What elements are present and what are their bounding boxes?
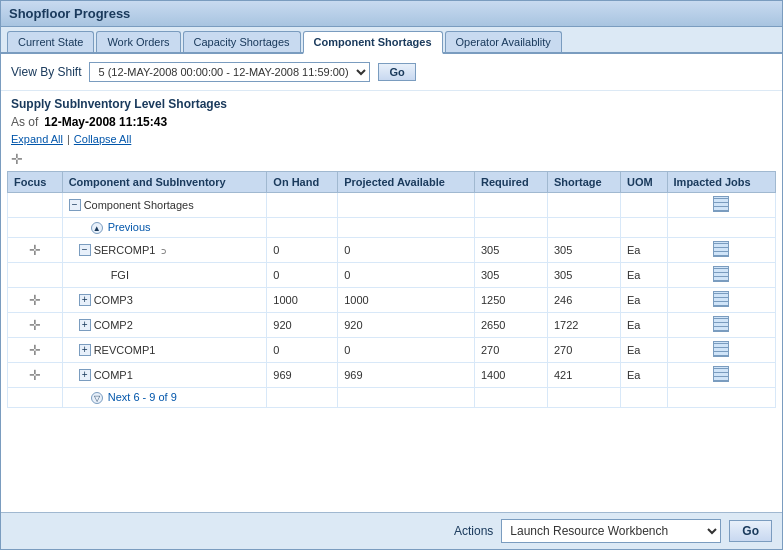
projected-cell: 969 bbox=[338, 363, 475, 388]
go-button[interactable]: Go bbox=[378, 63, 415, 81]
shortages-table: Focus Component and SubInventory On Hand… bbox=[7, 171, 776, 408]
component-name: SERCOMP1 bbox=[94, 244, 156, 256]
table-row: FGI 0 0 305 305 Ea bbox=[8, 263, 776, 288]
component-cell: + REVCOMP1 bbox=[62, 338, 267, 363]
focus-move-icon[interactable]: ✛ bbox=[29, 317, 41, 333]
required-cell: 305 bbox=[474, 238, 547, 263]
collapse-icon[interactable]: − bbox=[79, 244, 91, 256]
col-uom: UOM bbox=[621, 172, 668, 193]
content-area: View By Shift 5 (12-MAY-2008 00:00:00 - … bbox=[1, 54, 782, 512]
view-by-shift-label: View By Shift bbox=[11, 65, 81, 79]
previous-link[interactable]: Previous bbox=[108, 221, 151, 233]
collapse-icon[interactable]: − bbox=[69, 199, 81, 211]
col-shortage: Shortage bbox=[547, 172, 620, 193]
uom-cell: Ea bbox=[621, 288, 668, 313]
move-icon-row: ✛ bbox=[1, 149, 782, 171]
on-hand-cell: 969 bbox=[267, 363, 338, 388]
table-row: ✛ + COMP3 1000 1000 1250 246 Ea bbox=[8, 288, 776, 313]
as-of-value: 12-May-2008 11:15:43 bbox=[44, 115, 167, 129]
impacted-jobs-icon[interactable] bbox=[713, 196, 729, 212]
uom-cell: Ea bbox=[621, 238, 668, 263]
table-header-row: Focus Component and SubInventory On Hand… bbox=[8, 172, 776, 193]
impacted-jobs-icon[interactable] bbox=[713, 241, 729, 257]
prev-circle-icon: ▲ bbox=[91, 222, 103, 234]
links-row: Expand All | Collapse All bbox=[1, 131, 782, 149]
component-cell: + COMP1 bbox=[62, 363, 267, 388]
tab-work-orders[interactable]: Work Orders bbox=[96, 31, 180, 52]
impacted-jobs-icon[interactable] bbox=[713, 266, 729, 282]
col-on-hand: On Hand bbox=[267, 172, 338, 193]
collapse-all-button[interactable]: Collapse All bbox=[74, 133, 131, 145]
impacted-jobs-icon[interactable] bbox=[713, 366, 729, 382]
col-projected: Projected Available bbox=[338, 172, 475, 193]
component-cell: + COMP2 bbox=[62, 313, 267, 338]
shortage-cell: 1722 bbox=[547, 313, 620, 338]
expand-icon[interactable]: + bbox=[79, 344, 91, 356]
shortage-cell: 305 bbox=[547, 263, 620, 288]
tabs-bar: Current State Work Orders Capacity Short… bbox=[1, 27, 782, 54]
shortage-cell: 246 bbox=[547, 288, 620, 313]
component-name: Component Shortages bbox=[84, 199, 194, 211]
move-icon[interactable]: ✛ bbox=[11, 151, 25, 165]
shortage-cell: 421 bbox=[547, 363, 620, 388]
main-window: Shopfloor Progress Current State Work Or… bbox=[0, 0, 783, 550]
expand-all-button[interactable]: Expand All bbox=[11, 133, 63, 145]
required-cell: 1250 bbox=[474, 288, 547, 313]
shortage-cell: 270 bbox=[547, 338, 620, 363]
component-cell: FGI bbox=[62, 263, 267, 288]
impacted-jobs-icon[interactable] bbox=[713, 341, 729, 357]
required-cell: 270 bbox=[474, 338, 547, 363]
col-component: Component and SubInventory bbox=[62, 172, 267, 193]
footer-go-button[interactable]: Go bbox=[729, 520, 772, 542]
footer-bar: Actions Launch Resource Workbench Go bbox=[1, 512, 782, 549]
component-cell: − SERCOMP1 ↄ bbox=[62, 238, 267, 263]
tab-capacity-shortages[interactable]: Capacity Shortages bbox=[183, 31, 301, 52]
uom-cell: Ea bbox=[621, 338, 668, 363]
impacted-jobs-icon[interactable] bbox=[713, 316, 729, 332]
required-cell: 1400 bbox=[474, 363, 547, 388]
on-hand-cell: 920 bbox=[267, 313, 338, 338]
as-of-row: As of 12-May-2008 11:15:43 bbox=[1, 113, 782, 131]
on-hand-cell: 0 bbox=[267, 338, 338, 363]
projected-cell: 0 bbox=[338, 338, 475, 363]
focus-move-icon[interactable]: ✛ bbox=[29, 242, 41, 258]
col-required: Required bbox=[474, 172, 547, 193]
window-title: Shopfloor Progress bbox=[9, 6, 130, 21]
on-hand-cell: 0 bbox=[267, 238, 338, 263]
table-row: − Component Shortages bbox=[8, 193, 776, 218]
uom-cell: Ea bbox=[621, 263, 668, 288]
component-cell: − Component Shortages bbox=[62, 193, 267, 218]
component-name: FGI bbox=[111, 269, 129, 281]
table-container: Focus Component and SubInventory On Hand… bbox=[1, 171, 782, 512]
expand-icon[interactable]: + bbox=[79, 369, 91, 381]
component-name: REVCOMP1 bbox=[94, 344, 156, 356]
expand-icon[interactable]: + bbox=[79, 294, 91, 306]
tab-current-state[interactable]: Current State bbox=[7, 31, 94, 52]
shortage-cell: 305 bbox=[547, 238, 620, 263]
uom-cell: Ea bbox=[621, 363, 668, 388]
shift-select[interactable]: 5 (12-MAY-2008 00:00:00 - 12-MAY-2008 11… bbox=[89, 62, 370, 82]
next-circle-icon: ▽ bbox=[91, 392, 103, 404]
table-row: ✛ + COMP1 969 969 1400 421 Ea bbox=[8, 363, 776, 388]
expand-icon[interactable]: + bbox=[79, 319, 91, 331]
tab-component-shortages[interactable]: Component Shortages bbox=[303, 31, 443, 54]
component-name: COMP2 bbox=[94, 319, 133, 331]
focus-cell: ✛ bbox=[8, 288, 63, 313]
focus-cell: ✛ bbox=[8, 338, 63, 363]
focus-cell: ✛ bbox=[8, 363, 63, 388]
focus-move-icon[interactable]: ✛ bbox=[29, 367, 41, 383]
next-link[interactable]: Next 6 - 9 of 9 bbox=[108, 391, 177, 403]
table-row: ▽ Next 6 - 9 of 9 bbox=[8, 388, 776, 408]
actions-select[interactable]: Launch Resource Workbench bbox=[501, 519, 721, 543]
projected-cell: 920 bbox=[338, 313, 475, 338]
focus-cell bbox=[8, 263, 63, 288]
projected-cell: 0 bbox=[338, 263, 475, 288]
on-hand-cell: 1000 bbox=[267, 288, 338, 313]
impacted-jobs-icon[interactable] bbox=[713, 291, 729, 307]
focus-move-icon[interactable]: ✛ bbox=[29, 342, 41, 358]
tab-operator-availability[interactable]: Operator Availablity bbox=[445, 31, 562, 52]
required-cell: 305 bbox=[474, 263, 547, 288]
table-row: ▲ Previous bbox=[8, 218, 776, 238]
focus-move-icon[interactable]: ✛ bbox=[29, 292, 41, 308]
table-row: ✛ − SERCOMP1 ↄ 0 0 305 305 bbox=[8, 238, 776, 263]
